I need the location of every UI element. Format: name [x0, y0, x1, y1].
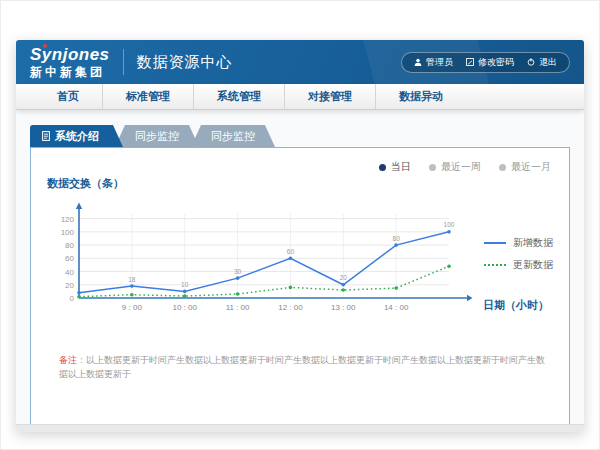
power-icon: [527, 58, 535, 66]
svg-text:14 : 00: 14 : 00: [384, 303, 409, 312]
tab-bar: 系统介绍 同步监控 同步监控: [30, 125, 275, 147]
app-title: 数据资源中心: [137, 53, 233, 72]
svg-text:13 : 00: 13 : 00: [331, 303, 356, 312]
radio-today[interactable]: 当日: [379, 160, 411, 174]
user-icon: [414, 58, 422, 66]
tab-sync-monitor-2[interactable]: 同步监控: [191, 125, 275, 147]
svg-text:80: 80: [393, 235, 401, 242]
user-button[interactable]: 管理员: [414, 56, 453, 69]
radio-dot-icon: [499, 164, 506, 171]
main-nav: 首页 标准管理 系统管理 对接管理 数据异动: [16, 84, 584, 110]
chart-area: 0204060801001209 : 0010 : 0011 : 0012 : …: [43, 198, 473, 326]
logo-text-en: Synjones: [30, 46, 110, 63]
logo-accent-dot: [43, 44, 47, 48]
logout-button[interactable]: 退出: [527, 56, 557, 69]
logo: Synjones 新中新集团: [30, 46, 110, 78]
chart-panel: 当日 最近一周 最近一月 数据交换（条） 0204060801001209 : …: [30, 147, 570, 426]
svg-text:100: 100: [61, 228, 75, 237]
period-selector: 当日 最近一周 最近一月: [379, 160, 551, 174]
dotted-line-swatch-icon: [484, 264, 506, 266]
svg-text:20: 20: [65, 281, 74, 290]
legend-item-new-data[interactable]: 新增数据: [484, 236, 553, 250]
nav-item-system-mgmt[interactable]: 系统管理: [194, 84, 285, 109]
x-axis-title: 日期（小时）: [483, 298, 549, 313]
user-menu: 管理员 修改密码 退出: [401, 52, 570, 73]
footnote-text: ：以上数据更新于时间产生数据以上数据更新于时间产生数据以上数据更新于时间产生数据…: [59, 355, 545, 379]
radio-dot-icon: [429, 164, 436, 171]
tab-sync-monitor-1[interactable]: 同步监控: [115, 125, 199, 147]
page: Synjones 新中新集团 数据资源中心 管理员 修改密码 退出: [0, 0, 600, 450]
chart-canvas: 0204060801001209 : 0010 : 0011 : 0012 : …: [43, 198, 473, 326]
tab-label: 同步监控: [135, 129, 179, 144]
radio-last-month[interactable]: 最近一月: [499, 160, 551, 174]
solid-line-swatch-icon: [484, 242, 506, 244]
svg-text:20: 20: [340, 274, 348, 281]
content-area: 系统介绍 同步监控 同步监控 当日 最近一周: [16, 110, 584, 432]
edit-icon: [466, 58, 474, 66]
footnote-label: 备注: [59, 355, 77, 365]
svg-text:12 : 00: 12 : 00: [278, 303, 303, 312]
app-window: Synjones 新中新集团 数据资源中心 管理员 修改密码 退出: [16, 40, 584, 432]
svg-text:80: 80: [65, 241, 74, 250]
change-password-button[interactable]: 修改密码: [466, 56, 514, 69]
svg-text:9 : 00: 9 : 00: [122, 303, 143, 312]
nav-item-standard-mgmt[interactable]: 标准管理: [103, 84, 194, 109]
nav-item-data-change[interactable]: 数据异动: [376, 84, 466, 109]
svg-text:11 : 00: 11 : 00: [226, 303, 250, 312]
header-divider: [123, 49, 124, 75]
svg-text:30: 30: [234, 268, 242, 275]
svg-text:60: 60: [287, 248, 295, 255]
y-axis-title: 数据交换（条）: [47, 176, 124, 191]
legend-item-updated-data[interactable]: 更新数据: [484, 258, 553, 272]
svg-text:40: 40: [65, 268, 74, 277]
logo-text-cn: 新中新集团: [30, 66, 110, 78]
radio-dot-icon: [379, 164, 386, 171]
header: Synjones 新中新集团 数据资源中心 管理员 修改密码 退出: [16, 40, 584, 84]
document-icon: [42, 131, 50, 141]
svg-text:0: 0: [70, 294, 75, 303]
nav-item-integration-mgmt[interactable]: 对接管理: [285, 84, 376, 109]
tab-label: 同步监控: [211, 129, 255, 144]
window-footer-strip: [16, 424, 584, 432]
svg-text:60: 60: [65, 254, 74, 263]
svg-text:120: 120: [61, 215, 75, 224]
footnote: 备注：以上数据更新于时间产生数据以上数据更新于时间产生数据以上数据更新于时间产生…: [59, 354, 551, 381]
tab-system-intro[interactable]: 系统介绍: [30, 125, 123, 147]
svg-text:18: 18: [128, 276, 136, 283]
svg-text:10: 10: [181, 281, 189, 288]
nav-item-home[interactable]: 首页: [34, 84, 103, 109]
chart-legend: 新增数据 更新数据: [484, 236, 553, 272]
radio-last-week[interactable]: 最近一周: [429, 160, 481, 174]
tab-label: 系统介绍: [55, 129, 99, 144]
svg-text:100: 100: [444, 221, 455, 228]
svg-text:10 : 00: 10 : 00: [172, 303, 197, 312]
